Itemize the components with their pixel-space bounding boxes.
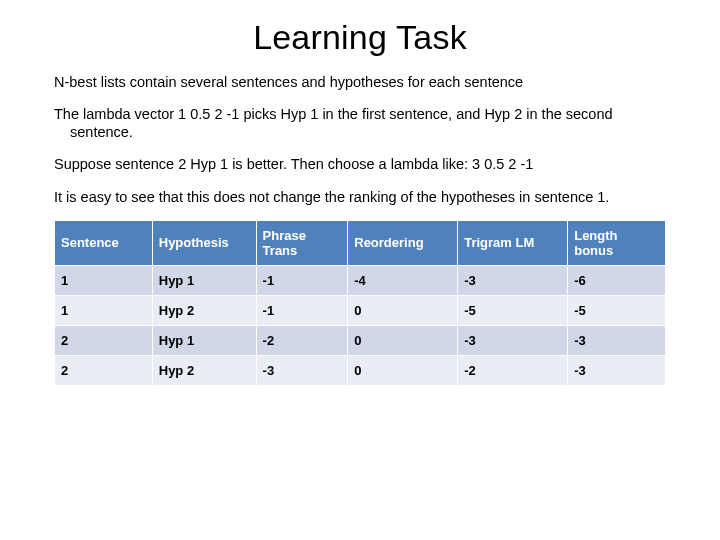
cell: Hyp 2 <box>152 295 256 325</box>
col-length: Length bonus <box>568 220 666 265</box>
cell: 0 <box>348 325 458 355</box>
cell: 1 <box>55 265 153 295</box>
paragraph-4: It is easy to see that this does not cha… <box>54 188 666 206</box>
col-trigram: Trigram LM <box>458 220 568 265</box>
cell: 0 <box>348 295 458 325</box>
cell: Hyp 1 <box>152 325 256 355</box>
cell: -1 <box>256 265 348 295</box>
cell: -1 <box>256 295 348 325</box>
cell: -6 <box>568 265 666 295</box>
cell: -2 <box>256 325 348 355</box>
cell: Hyp 2 <box>152 355 256 385</box>
table-row: 2 Hyp 1 -2 0 -3 -3 <box>55 325 666 355</box>
cell: Hyp 1 <box>152 265 256 295</box>
cell: 0 <box>348 355 458 385</box>
col-sentence: Sentence <box>55 220 153 265</box>
cell: 2 <box>55 325 153 355</box>
slide-title: Learning Task <box>54 18 666 57</box>
cell: -5 <box>458 295 568 325</box>
col-phrase: Phrase Trans <box>256 220 348 265</box>
cell: 2 <box>55 355 153 385</box>
cell: -3 <box>458 265 568 295</box>
cell: -3 <box>256 355 348 385</box>
cell: -3 <box>458 325 568 355</box>
cell: -3 <box>568 355 666 385</box>
hypothesis-table: Sentence Hypothesis Phrase Trans Reorder… <box>54 220 666 386</box>
cell: -2 <box>458 355 568 385</box>
col-hypothesis: Hypothesis <box>152 220 256 265</box>
table-row: 1 Hyp 2 -1 0 -5 -5 <box>55 295 666 325</box>
table-header-row: Sentence Hypothesis Phrase Trans Reorder… <box>55 220 666 265</box>
col-reordering: Reordering <box>348 220 458 265</box>
cell: -3 <box>568 325 666 355</box>
paragraph-1: N-best lists contain several sentences a… <box>54 73 666 91</box>
cell: -4 <box>348 265 458 295</box>
table-row: 1 Hyp 1 -1 -4 -3 -6 <box>55 265 666 295</box>
cell: 1 <box>55 295 153 325</box>
cell: -5 <box>568 295 666 325</box>
table-row: 2 Hyp 2 -3 0 -2 -3 <box>55 355 666 385</box>
paragraph-3: Suppose sentence 2 Hyp 1 is better. Then… <box>54 155 666 173</box>
paragraph-2: The lambda vector 1 0.5 2 -1 picks Hyp 1… <box>54 105 666 141</box>
